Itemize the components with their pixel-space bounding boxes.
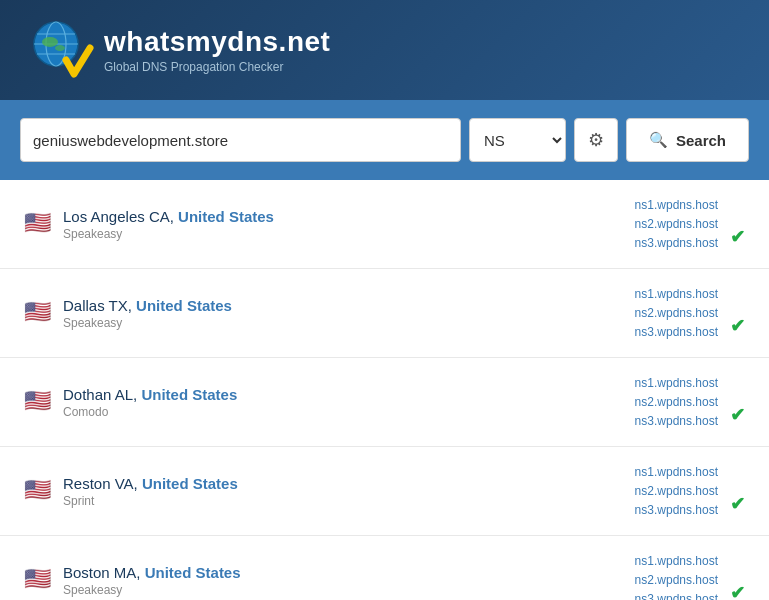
flag-icon: 🇺🇸 xyxy=(24,299,51,325)
location-info: 🇺🇸 Boston MA, United States Speakeasy xyxy=(24,564,241,597)
country-label: United States xyxy=(178,208,274,225)
check-icon: ✔ xyxy=(730,226,745,248)
settings-button[interactable]: ⚙ xyxy=(574,118,618,162)
city-label: Dothan AL, United States xyxy=(63,386,237,403)
country-label: United States xyxy=(141,386,237,403)
table-row: 🇺🇸 Boston MA, United States Speakeasy ns… xyxy=(0,536,769,600)
dns-entry: ns2.wpdns.host xyxy=(635,482,718,500)
country-label: United States xyxy=(136,297,232,314)
table-row: 🇺🇸 Dallas TX, United States Speakeasy ns… xyxy=(0,269,769,358)
dns-entry: ns3.wpdns.host xyxy=(635,323,718,341)
dns-entry: ns1.wpdns.host xyxy=(635,463,718,481)
dns-results: ns1.wpdns.host ns2.wpdns.host ns3.wpdns.… xyxy=(635,285,745,341)
gear-icon: ⚙ xyxy=(588,129,604,151)
dns-entry: ns3.wpdns.host xyxy=(635,412,718,430)
flag-icon: 🇺🇸 xyxy=(24,388,51,414)
dns-results: ns1.wpdns.host ns2.wpdns.host ns3.wpdns.… xyxy=(635,463,745,519)
search-bar-wrapper: NS A AAAA CNAME MX TXT SOA ⚙ 🔍 Search xyxy=(0,100,769,180)
dns-list: ns1.wpdns.host ns2.wpdns.host ns3.wpdns.… xyxy=(635,374,718,430)
isp-label: Comodo xyxy=(63,405,237,419)
location-info: 🇺🇸 Dallas TX, United States Speakeasy xyxy=(24,297,232,330)
location-text: Los Angeles CA, United States Speakeasy xyxy=(63,208,274,241)
check-icon: ✔ xyxy=(730,582,745,600)
results-container: 🇺🇸 Los Angeles CA, United States Speakea… xyxy=(0,180,769,600)
location-text: Boston MA, United States Speakeasy xyxy=(63,564,241,597)
dns-entry: ns1.wpdns.host xyxy=(635,196,718,214)
dns-entry: ns1.wpdns.host xyxy=(635,285,718,303)
dns-entry: ns3.wpdns.host xyxy=(635,234,718,252)
isp-label: Sprint xyxy=(63,494,238,508)
table-row: 🇺🇸 Reston VA, United States Sprint ns1.w… xyxy=(0,447,769,536)
dns-list: ns1.wpdns.host ns2.wpdns.host ns3.wpdns.… xyxy=(635,285,718,341)
site-title: whatsmydns.net xyxy=(104,26,330,58)
dns-results: ns1.wpdns.host ns2.wpdns.host ns3.wpdns.… xyxy=(635,552,745,600)
location-info: 🇺🇸 Dothan AL, United States Comodo xyxy=(24,386,237,419)
search-label: Search xyxy=(676,132,726,149)
dns-list: ns1.wpdns.host ns2.wpdns.host ns3.wpdns.… xyxy=(635,463,718,519)
flag-icon: 🇺🇸 xyxy=(24,477,51,503)
location-text: Dallas TX, United States Speakeasy xyxy=(63,297,232,330)
check-icon: ✔ xyxy=(730,315,745,337)
logo-container: whatsmydns.net Global DNS Propagation Ch… xyxy=(30,18,330,82)
dns-entry: ns1.wpdns.host xyxy=(635,552,718,570)
search-bar: NS A AAAA CNAME MX TXT SOA ⚙ 🔍 Search xyxy=(20,118,749,162)
country-label: United States xyxy=(142,475,238,492)
city-label: Los Angeles CA, United States xyxy=(63,208,274,225)
location-text: Dothan AL, United States Comodo xyxy=(63,386,237,419)
search-icon: 🔍 xyxy=(649,131,668,149)
isp-label: Speakeasy xyxy=(63,583,241,597)
dns-entry: ns3.wpdns.host xyxy=(635,590,718,600)
country-label: United States xyxy=(145,564,241,581)
logo-icon xyxy=(30,18,94,82)
location-info: 🇺🇸 Reston VA, United States Sprint xyxy=(24,475,238,508)
city-label: Reston VA, United States xyxy=(63,475,238,492)
table-row: 🇺🇸 Dothan AL, United States Comodo ns1.w… xyxy=(0,358,769,447)
dns-entry: ns1.wpdns.host xyxy=(635,374,718,392)
dns-results: ns1.wpdns.host ns2.wpdns.host ns3.wpdns.… xyxy=(635,196,745,252)
check-icon: ✔ xyxy=(730,493,745,515)
flag-icon: 🇺🇸 xyxy=(24,566,51,592)
dns-entry: ns3.wpdns.host xyxy=(635,501,718,519)
dns-entry: ns2.wpdns.host xyxy=(635,215,718,233)
city-label: Boston MA, United States xyxy=(63,564,241,581)
search-button[interactable]: 🔍 Search xyxy=(626,118,749,162)
dns-list: ns1.wpdns.host ns2.wpdns.host ns3.wpdns.… xyxy=(635,196,718,252)
domain-input[interactable] xyxy=(20,118,461,162)
dns-entry: ns2.wpdns.host xyxy=(635,304,718,322)
flag-icon: 🇺🇸 xyxy=(24,210,51,236)
location-text: Reston VA, United States Sprint xyxy=(63,475,238,508)
site-tagline: Global DNS Propagation Checker xyxy=(104,60,330,74)
dns-type-select[interactable]: NS A AAAA CNAME MX TXT SOA xyxy=(469,118,566,162)
location-info: 🇺🇸 Los Angeles CA, United States Speakea… xyxy=(24,208,274,241)
isp-label: Speakeasy xyxy=(63,227,274,241)
svg-point-5 xyxy=(42,37,58,47)
header-text: whatsmydns.net Global DNS Propagation Ch… xyxy=(104,26,330,74)
city-label: Dallas TX, United States xyxy=(63,297,232,314)
table-row: 🇺🇸 Los Angeles CA, United States Speakea… xyxy=(0,180,769,269)
dns-list: ns1.wpdns.host ns2.wpdns.host ns3.wpdns.… xyxy=(635,552,718,600)
isp-label: Speakeasy xyxy=(63,316,232,330)
dns-results: ns1.wpdns.host ns2.wpdns.host ns3.wpdns.… xyxy=(635,374,745,430)
svg-point-6 xyxy=(55,45,65,51)
site-header: whatsmydns.net Global DNS Propagation Ch… xyxy=(0,0,769,100)
dns-entry: ns2.wpdns.host xyxy=(635,393,718,411)
dns-entry: ns2.wpdns.host xyxy=(635,571,718,589)
check-icon: ✔ xyxy=(730,404,745,426)
